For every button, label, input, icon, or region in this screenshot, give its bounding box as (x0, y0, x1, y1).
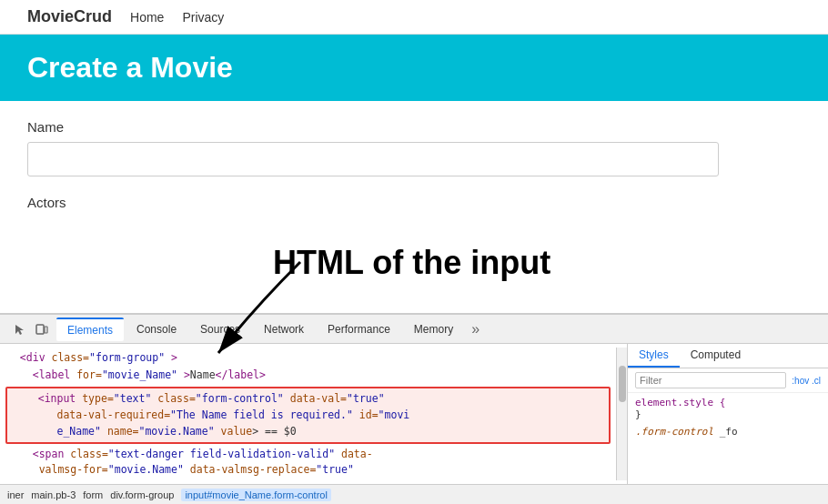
form-group-actors: Actors (27, 195, 801, 210)
navbar-link-home[interactable]: Home (130, 10, 164, 25)
breadcrumb-form[interactable]: form (83, 489, 103, 500)
tag-span: <div (20, 351, 45, 364)
tag-label: <label (33, 368, 71, 381)
tab-memory[interactable]: Memory (403, 318, 464, 340)
styles-filter-bar: :hov .cl (628, 368, 828, 393)
scroll-thumb (619, 366, 626, 402)
attr-data-val: data-val= (290, 392, 347, 405)
attr-val-for: "movie_Name" (102, 368, 177, 381)
page-area: MovieCrud Home Privacy Create a Movie Na… (0, 0, 828, 504)
attr-value: value (221, 425, 253, 438)
name-label: Name (27, 119, 801, 135)
filter-buttons[interactable]: :hov .cl (792, 376, 821, 386)
html-line-2: <label for="movie_Name" >Name</label> (0, 367, 616, 384)
scroll-bar[interactable] (616, 348, 627, 480)
attr-class: class= (52, 351, 90, 364)
tab-console[interactable]: Console (126, 318, 187, 340)
breadcrumb-bar: iner main.pb-3 form div.form-group input… (0, 484, 828, 504)
html-line-4: <span class="text-danger field-validatio… (0, 446, 616, 479)
html-line-1: <div class="form-group" > (0, 349, 616, 367)
elements-panel: <div class="form-group" > <label for="mo… (0, 344, 628, 484)
annotation-text: HTML of the input (273, 244, 550, 282)
tab-elements[interactable]: Elements (56, 318, 124, 341)
page-title: Create a Movie (27, 51, 801, 85)
attr-class3: class= (70, 448, 108, 460)
actors-label: Actors (27, 195, 801, 210)
tab-performance[interactable]: Performance (317, 318, 401, 340)
styles-filter-input[interactable] (635, 372, 786, 388)
styles-panel: Styles Computed :hov .cl element.style {… (628, 344, 828, 484)
navbar-brand: MovieCrud (27, 7, 112, 26)
tab-computed[interactable]: Computed (680, 344, 752, 368)
tag-label-end: </label> (216, 368, 266, 381)
elements-with-scroll: <div class="form-group" > <label for="mo… (0, 348, 627, 480)
tab-styles[interactable]: Styles (628, 344, 680, 368)
elements-lines: <div class="form-group" > <label for="mo… (0, 348, 616, 480)
attr-valmsg-for: valmsg-for= (39, 463, 108, 476)
devtools-body: <div class="form-group" > <label for="mo… (0, 344, 828, 484)
page-header: Create a Movie (0, 35, 828, 101)
attr-val-valmsg-replace: "true" (316, 463, 354, 476)
styles-content: element.style { } .form-control _fo (628, 393, 828, 484)
attr-val-type: "text" (114, 392, 152, 405)
navbar-link-privacy[interactable]: Privacy (182, 10, 224, 25)
style-selector-form-control: .form-control (635, 426, 713, 438)
styles-tabs: Styles Computed (628, 344, 828, 368)
attr-val-valmsg-for: "movie.Name" (108, 463, 184, 476)
attr-val-data-val: "true" (347, 392, 385, 405)
device-icon[interactable] (33, 320, 51, 338)
style-rule-element: element.style { } (635, 397, 821, 420)
attr-val-id: "movi (379, 408, 410, 421)
attr-id: id= (359, 408, 379, 421)
breadcrumb-main[interactable]: main.pb-3 (31, 489, 76, 500)
form-area: Name Actors (0, 101, 828, 236)
label-text: Name (190, 368, 216, 381)
attr-name: name= (107, 425, 139, 438)
tag-close: > (171, 351, 177, 364)
attr-val-name: "movie.Name" (139, 425, 215, 438)
tab-sources[interactable]: Sources (189, 318, 251, 340)
attr-valmsg-replace: data-valmsg-replace= (190, 463, 316, 476)
breadcrumb-iner: iner (7, 489, 24, 500)
attr-val-class3: "text-danger field-validation-valid" (108, 448, 335, 460)
attr-val-class: "form-group" (89, 351, 165, 364)
svg-rect-2 (45, 327, 47, 333)
more-tabs-button[interactable]: » (466, 319, 485, 339)
style-suffix: _fo (720, 426, 738, 438)
cursor-icon[interactable] (11, 320, 29, 338)
style-rule-form-control: .form-control _fo (635, 426, 821, 438)
attr-class2: class= (157, 392, 196, 405)
name-input[interactable] (27, 142, 719, 176)
attr-val-class2: "form-control" (196, 392, 284, 405)
style-brace-close: } (635, 408, 641, 420)
highlighted-input-line[interactable]: <input type="text" class="form-control" … (5, 387, 611, 444)
devtools-icons (7, 320, 55, 338)
breadcrumb-div-form-group[interactable]: div.form-group (110, 489, 174, 500)
tag-label-close: > (184, 368, 190, 381)
devtools-tabs: Elements Console Sources Network Perform… (0, 315, 828, 344)
attr-data-val-req: data-val-required= (56, 408, 170, 421)
attr-val-data-val-req: "The Name field is required." (170, 408, 353, 421)
attr-val-id-cont: e_Name" (56, 425, 100, 438)
tag-input: <input (38, 392, 76, 405)
navbar: MovieCrud Home Privacy (0, 0, 828, 35)
attr-data-valmsg: data- (341, 448, 373, 460)
form-group-name: Name (27, 119, 801, 176)
tab-network[interactable]: Network (253, 318, 315, 340)
style-selector-element: element.style { (635, 397, 725, 408)
tag-span2: <span (33, 448, 65, 460)
attr-type: type= (82, 392, 114, 405)
svg-rect-1 (36, 325, 44, 334)
eq-sign: > == $0 (252, 425, 296, 438)
attr-for: for= (76, 368, 102, 381)
devtools-panel: Elements Console Sources Network Perform… (0, 313, 828, 504)
breadcrumb-input[interactable]: input#movie_Name.form-control (181, 489, 331, 501)
